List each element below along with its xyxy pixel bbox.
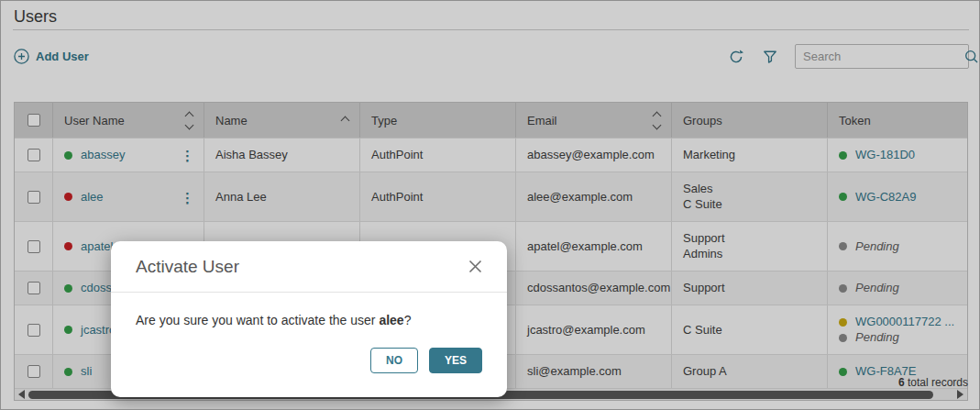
modal-actions: NO YES — [370, 348, 482, 373]
modal-title: Activate User — [136, 257, 239, 277]
modal-message-suffix: ? — [404, 313, 412, 327]
yes-button[interactable]: YES — [429, 348, 482, 373]
close-icon[interactable] — [468, 260, 482, 273]
users-page: Users Add User User NameNameTypeEmailGro… — [0, 0, 980, 410]
modal-message: Are you sure you want to activate the us… — [111, 293, 507, 327]
modal-header: Activate User — [111, 241, 507, 293]
modal-message-prefix: Are you sure you want to activate the us… — [136, 313, 379, 327]
activate-user-modal: Activate User Are you sure you want to a… — [111, 241, 507, 397]
no-button[interactable]: NO — [370, 348, 418, 373]
modal-message-username: alee — [379, 313, 403, 327]
